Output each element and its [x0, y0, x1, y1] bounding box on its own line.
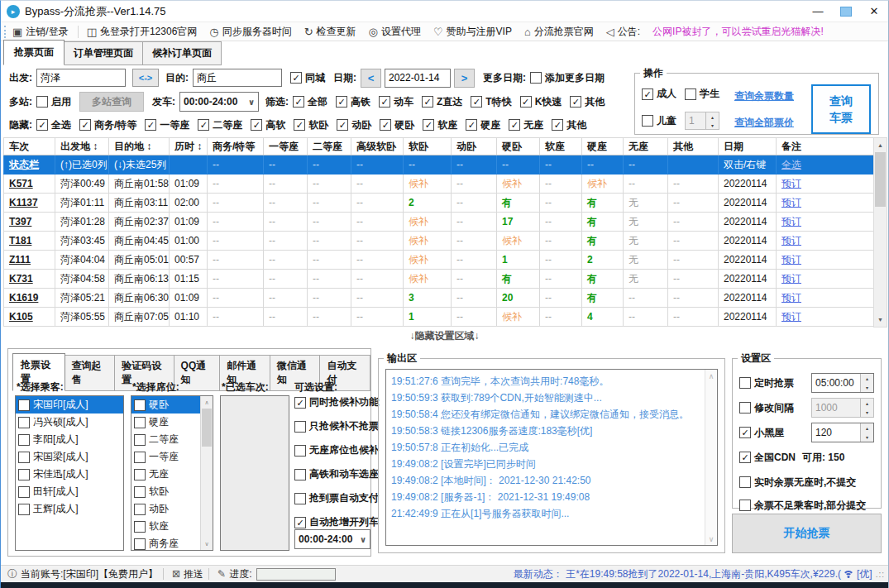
spin-up-icon[interactable]: ▴	[706, 112, 719, 121]
query-price-link[interactable]: 查询全部票价	[734, 116, 794, 130]
scrollbar-thumb[interactable]	[875, 152, 886, 207]
spin-up-icon[interactable]: ▴	[861, 374, 873, 383]
interval-checkbox[interactable]: 修改间隔	[739, 401, 794, 415]
minimize-button[interactable]: —	[804, 1, 832, 22]
spin-down-icon[interactable]: ▾	[861, 408, 873, 417]
spin-up-icon[interactable]: ▴	[861, 423, 873, 433]
column-header[interactable]: 备注	[777, 138, 874, 155]
no-seat-no-submit-checkbox[interactable]: 实时余票无座时,不提交	[739, 476, 856, 490]
hide-column-checkbox[interactable]: ✓硬卧	[380, 118, 414, 132]
dest-input[interactable]	[193, 69, 282, 87]
seat-list-scrollbar[interactable]: ∧ ∨	[200, 396, 213, 550]
output-log[interactable]: 19:51:27:6 查询完毕，本次查询共用时:748毫秒。19:50:59:3…	[385, 369, 718, 546]
student-checkbox[interactable]: 学生	[685, 87, 719, 101]
book-link[interactable]: 预订	[781, 178, 801, 189]
maximize-button[interactable]	[832, 1, 860, 22]
option-checkbox[interactable]: 高铁和动车选座	[294, 467, 379, 481]
column-header[interactable]: 其他	[668, 138, 719, 155]
seat-item[interactable]: 二等座	[131, 431, 200, 448]
seat-listbox[interactable]: 硬卧硬座二等座一等座无座软卧动卧软座商务座特等座 ∧ ∨	[131, 395, 213, 551]
close-button[interactable]: ✕	[860, 1, 888, 22]
next-date-button[interactable]: >	[454, 69, 475, 88]
book-link[interactable]: 预订	[781, 216, 801, 227]
grab-time-range-select[interactable]: 00:00-24:00 ∨	[294, 529, 370, 549]
partial-submit-checkbox[interactable]: 余票不足乘客时,部分提交	[739, 499, 866, 513]
column-header[interactable]: 软卧	[404, 138, 452, 155]
table-row[interactable]: 状态栏(↑)已选0列(↓)未选25列--------------------双击…	[4, 155, 874, 174]
settings-tab[interactable]: 查询起售	[65, 355, 116, 391]
hide-column-checkbox[interactable]: ✓其他	[552, 118, 586, 132]
toolbar-item[interactable]: ↻检查更新	[304, 25, 356, 39]
spin-up-icon[interactable]: ▴	[861, 399, 873, 408]
seat-item[interactable]: 无座	[131, 466, 200, 483]
scroll-up-icon[interactable]: ∧	[201, 396, 213, 409]
train-number-link[interactable]: T397	[9, 216, 31, 227]
page-tab[interactable]: 抢票页面	[3, 40, 65, 65]
option-checkbox[interactable]: ✓自动抢增开列车	[294, 515, 379, 529]
train-number-link[interactable]: K731	[9, 273, 33, 284]
depart-time-select[interactable]: 00:00-24:00 ∨	[179, 92, 259, 112]
train-number-link[interactable]: K105	[9, 311, 33, 323]
filter-checkbox[interactable]: ✓动车	[379, 95, 413, 109]
interval-stepper[interactable]: 1000 ▴▾	[811, 398, 874, 418]
book-link[interactable]: 预订	[781, 292, 801, 304]
table-row[interactable]: Z111菏泽04:04商丘南05:0100:57--------候补--1--2…	[4, 251, 874, 270]
child-count-stepper[interactable]: 1 ▴▾	[685, 112, 719, 130]
add-more-dates-checkbox[interactable]: 添加更多日期	[530, 71, 605, 85]
selected-trains-listbox[interactable]	[220, 395, 289, 551]
filter-checkbox[interactable]: ✓Z直达	[422, 95, 462, 109]
national-cdn-checkbox[interactable]: ✓ 全国CDN	[739, 451, 796, 465]
toolbar-item[interactable]: ♡赞助与注册VIP	[433, 25, 512, 39]
blackroom-stepper[interactable]: 120 ▴▾	[811, 423, 874, 442]
passenger-item[interactable]: 李阳[成人]	[16, 431, 123, 448]
date-input[interactable]	[385, 69, 451, 88]
push-label[interactable]: 推送	[184, 567, 203, 581]
passenger-item[interactable]: 宋国梁[成人]	[16, 448, 123, 466]
scroll-down-icon[interactable]: ∨	[201, 538, 213, 550]
child-checkbox[interactable]: 儿童	[642, 114, 676, 128]
passenger-listbox[interactable]: 宋国印[成人]冯兴硕[成人]李阳[成人]宋国梁[成人]宋佳迅[成人]田轩[成人]…	[15, 395, 124, 551]
table-row[interactable]: K571菏泽00:49商丘南01:5801:09--------候补--候补--…	[4, 174, 874, 194]
hide-column-checkbox[interactable]: ✓无座	[509, 118, 543, 132]
select-all-link[interactable]: 全选	[781, 159, 801, 170]
page-tab[interactable]: 订单管理页面	[65, 41, 143, 65]
option-checkbox[interactable]: 抢到票自动支付	[294, 491, 379, 505]
seat-item[interactable]: 一等座	[131, 448, 200, 466]
depart-input[interactable]	[36, 69, 126, 87]
swap-stations-button[interactable]: <->	[132, 69, 159, 87]
toolbar-item[interactable]: ⌂分流抢票官网	[524, 25, 594, 39]
column-header[interactable]: 无座	[624, 138, 668, 155]
book-link[interactable]: 预订	[781, 311, 801, 323]
option-checkbox[interactable]: ✓同时抢候补功能	[294, 395, 379, 409]
query-tickets-button[interactable]: 查询 车票	[811, 84, 871, 134]
passenger-item[interactable]: 冯兴硕[成人]	[16, 414, 123, 431]
seat-item[interactable]: 硬卧	[131, 396, 200, 414]
column-header[interactable]: 目的地 ↕	[109, 138, 170, 155]
scroll-up-icon[interactable]: ∧	[705, 370, 717, 382]
column-header[interactable]: 历时 ↕	[170, 138, 208, 155]
train-number-link[interactable]: K571	[9, 178, 33, 189]
scrollbar-thumb[interactable]	[202, 409, 212, 447]
passenger-item[interactable]: 宋佳迅[成人]	[16, 466, 123, 483]
hide-column-checkbox[interactable]: ✓一等座	[145, 118, 189, 132]
option-checkbox[interactable]: 无座席位也候补	[294, 443, 379, 457]
prev-date-button[interactable]: <	[361, 69, 381, 88]
column-header[interactable]: 车次	[4, 138, 55, 155]
train-number-link[interactable]: T181	[9, 235, 31, 246]
hide-column-checkbox[interactable]: ✓硬座	[466, 118, 500, 132]
table-scrollbar[interactable]: ▲ ▼	[873, 137, 887, 327]
timed-grab-time-stepper[interactable]: 05:00:00 ▴▾	[811, 373, 874, 393]
query-remaining-link[interactable]: 查询余票数量	[734, 89, 794, 103]
table-row[interactable]: K1619菏泽05:21商丘南06:3001:09--------3--20--…	[4, 289, 874, 308]
spin-down-icon[interactable]: ▾	[861, 433, 873, 442]
column-header[interactable]: 高级软卧	[351, 138, 404, 155]
multi-station-enable-checkbox[interactable]: 启用	[36, 95, 71, 109]
train-number-link[interactable]: 状态栏	[9, 159, 39, 170]
hide-column-checkbox[interactable]: ✓软座	[423, 118, 457, 132]
filter-checkbox[interactable]: ✓高铁	[336, 95, 370, 109]
book-link[interactable]: 预订	[781, 254, 801, 265]
hide-column-checkbox[interactable]: ✓高软	[251, 118, 285, 132]
filter-checkbox[interactable]: ✓其他	[570, 95, 605, 109]
toolbar-item[interactable]: ◷同步服务器时间	[209, 25, 291, 39]
seat-item[interactable]: 商务座	[131, 535, 200, 551]
